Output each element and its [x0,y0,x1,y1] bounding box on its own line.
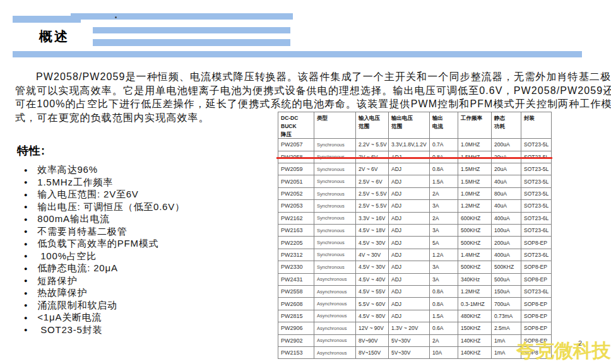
cell-type: Asynchronous [314,285,356,297]
cell-iout: 2A [430,212,458,224]
cell-freq: 480KHZ [458,310,492,322]
cell-package: SOP8-EP [521,310,552,322]
table-row: PW2205Synchronous4.5V ~ 30VADJ5A500KHZ20… [278,237,552,249]
cell-freq: 600KHZ [458,212,492,224]
header-bar-middle-1 [93,27,290,33]
cell-vin: 3.3V ~ 16V [356,212,389,224]
cell-package: SOT23-5L [521,187,552,199]
cell-freq: 340KHz [458,273,492,285]
cell-model: PW2153 [278,346,314,358]
cell-iout: 0.8A [430,285,458,297]
cell-model: PW2052 [278,187,314,199]
bullet-icon: ● [24,278,28,284]
highlight-underline [276,157,552,159]
feature-item: ●涌流限制和软启动 [24,300,185,312]
feature-item-label: 效率高达96% [37,164,98,176]
bullet-icon: ● [24,302,28,308]
header-bar-middle-2 [93,39,290,46]
cell-iq: 200uA [492,139,521,151]
cell-iq: 700uA [492,298,521,310]
table-row: PW2902Asynchronous8V~90V5V~30V2A140KHZ1m… [278,334,552,346]
features-list: ●效率高达96%●1.5MHz工作频率●输入电压范围: 2V至6V●输出电压: … [24,164,185,336]
cell-model: PW2053 [278,200,314,212]
cell-vout: ADJ [389,212,430,224]
product-table: DC-DC BUCK 降压类型输入电压 范围输出电压 范围输出 电流工作频率静态… [278,112,552,359]
cell-model: PW2051 [278,175,314,187]
cell-package: SOT23-5L [521,139,552,151]
table-row: PW2312Synchronous4V ~ 30VADJ1.2A1.4MHZ40… [278,249,552,261]
bullet-icon: ● [24,179,28,185]
feature-item: ● SOT23-5封装 [24,324,185,337]
cell-iout: 3A [430,273,458,285]
cell-iq: 20uA [492,163,521,175]
cell-vout: ADJ [389,175,430,187]
table-row: PW2057Synchronous2.2V ~ 5.5V3.3V,1.8V,1.… [278,139,552,151]
feature-item-label: 低静态电流: 20μA [37,262,117,274]
intro-line: 管就可以实现高效率。它是用单电池锂离子电池为便携式设备供电的理想选择。输出电压可… [15,84,607,98]
cell-type: Synchronous [314,175,356,187]
cell-model: PW2162 [278,212,314,224]
intro-line: 可在100%的占空比下进行低压差操作，延长了便携式系统的电池寿命。该装置提供PW… [15,97,607,111]
cell-freq: 500KHZ [458,237,492,249]
feature-item-label: SOT23-5封装 [37,324,102,336]
feature-item-label: 输入电压范围: 2V至6V [37,189,138,201]
cell-freq: 1.0MHZ [458,139,492,151]
cell-iq: 40uA [492,200,521,212]
feature-item: ●1.5MHz工作频率 [24,177,185,189]
bullet-icon: ● [24,327,28,333]
table-row: PW2558Asynchronous4.5V ~ 55VADJ0.8A1.2MH… [278,285,552,297]
cell-type: Asynchronous [314,346,356,358]
cell-vin: 8V~90V [356,334,389,346]
cell-iq: 200uA [492,237,521,249]
cell-iout: 5A [430,237,458,249]
cell-type: Synchronous [314,261,356,273]
cell-model: PW2163 [278,224,314,236]
cell-iout: 1.5A [430,175,458,187]
table-row: PW2330Synchronous4.5V ~ 30VADJ3A500KHZ50… [278,261,552,273]
cell-package: SOP8-EP [521,273,552,285]
cell-vin: 4.5V ~ 80V [356,310,389,322]
cell-model: PW2330 [278,261,314,273]
feature-item: ●800mA输出电流 [24,213,185,226]
bullet-icon: ● [24,253,28,259]
cell-vin: 2.5V ~ 6V [356,175,389,187]
cell-iq: 500KHZ [492,261,521,273]
cell-freq: 1.5MHZ [458,175,492,187]
cell-freq: 1.0MHZ [458,187,492,199]
cell-vout: ADJ [389,237,430,249]
column-header: 静态 功耗 [492,112,521,139]
column-header: 输出 电流 [430,112,458,139]
datasheet-page: 概述 PW2058/PW2059是一种恒频、电流模式降压转换器。该器件集成了一个… [0,0,611,364]
cell-model: PW2205 [278,237,314,249]
product-table-wrap: DC-DC BUCK 降压类型输入电压 范围输出电压 范围输出 电流工作频率静态… [278,112,551,359]
feature-item: ●<1μA关断电流 [24,312,185,324]
bullet-icon: ● [24,216,28,223]
cell-iout: 0.8A [430,298,458,310]
cell-freq: 1.2MHZ [458,285,492,297]
cell-vin: 2V ~ 6V [356,163,389,175]
page-title: 概述 [39,28,69,45]
feature-item-label: 800mA输出电流 [37,213,110,225]
cell-model: PW2906 [278,322,314,334]
cell-freq: 150KHZ [458,322,492,334]
cell-vin: 12V ~ 90V [356,322,389,334]
cell-iq: 80uA [492,187,521,199]
feature-item-label: 热故障保护 [37,287,87,299]
cell-iout: 3A [430,200,458,212]
feature-item-label: 输出电压: 可调恒压（低至0.6V） [37,201,185,213]
bullet-icon: ● [24,228,28,235]
cell-iq: 400uA [492,212,521,224]
cell-vout: 5V~30V [389,334,430,346]
feature-item: ●效率高达96% [24,164,185,177]
table-row: PW2163Synchronous4.5V ~ 18VADJ3A500KHZ10… [278,224,552,236]
bullet-icon: ● [24,315,28,321]
cell-iout: 0.6A [430,322,458,334]
cell-package: SOT23-6L [521,249,552,261]
cell-vout: ADJ [389,200,430,212]
cell-iout: 0.8A [430,163,458,175]
feature-item: ●短路保护 [24,275,185,288]
cell-freq: 500KHZ [458,224,492,236]
cell-freq: 140KHZ [458,346,492,358]
cell-type: Asynchronous [314,334,356,346]
cell-iq: 100uA [492,224,521,236]
